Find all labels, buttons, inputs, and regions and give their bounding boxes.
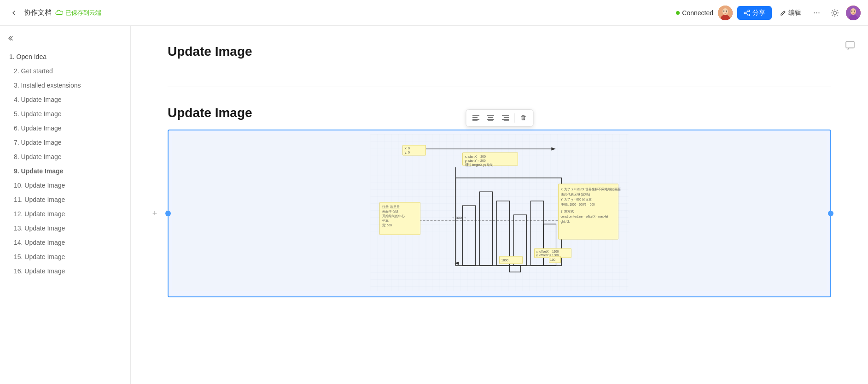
svg-text:X: 为了 x = startX 世界坐标不同地域的画面: X: 为了 x = startX 世界坐标不同地域的画面: [561, 188, 621, 191]
comment-button[interactable]: [843, 39, 857, 53]
svg-text:开始绘制的中心: 开始绘制的中心: [382, 214, 405, 218]
sidebar-item-2[interactable]: 2. Get started: [0, 64, 130, 78]
sun-icon: [830, 8, 839, 18]
back-button[interactable]: [7, 6, 20, 19]
share-icon: [744, 10, 750, 16]
svg-text:中/高: 1000 - 600/2 = 600: 中/高: 1000 - 600/2 = 600: [561, 203, 595, 206]
svg-text:y: 0: y: 0: [405, 151, 410, 154]
svg-text:宽: 600: 宽: 600: [382, 224, 392, 227]
svg-text:ght / 2;: ght / 2;: [561, 220, 570, 224]
header-left: 协作文档 已保存到云端: [7, 6, 101, 19]
svg-point-7: [748, 14, 750, 16]
svg-text:x: 0: x: 0: [405, 147, 410, 150]
sidebar-item-4[interactable]: 4. Update Image: [0, 93, 130, 107]
sidebar-item-7[interactable]: 7. Update Image: [0, 136, 130, 150]
user-avatar: [846, 6, 861, 20]
sidebar-item-12[interactable]: 12. Update Image: [0, 207, 130, 221]
add-block-button[interactable]: +: [149, 208, 160, 219]
svg-point-5: [744, 12, 746, 14]
svg-point-4: [726, 10, 727, 11]
svg-text:注意: 这里是: 注意: 这里是: [382, 205, 400, 209]
section-1-title: Update Image: [168, 44, 831, 59]
svg-point-8: [833, 11, 837, 14]
align-left-button[interactable]: [469, 112, 483, 124]
sidebar-item-9[interactable]: 9. Update Image: [0, 164, 130, 178]
toolbar-divider: [514, 113, 514, 123]
diagram-image: x: 0 y: 0 x: startX = 200 y: startY = 20…: [172, 134, 827, 291]
sidebar-item-13[interactable]: 13. Update Image: [0, 221, 130, 236]
sidebar-item-11[interactable]: 11. Update Image: [0, 193, 130, 207]
svg-text:坐标: 坐标: [382, 219, 389, 222]
svg-text:x: startX = 200: x: startX = 200: [465, 155, 486, 158]
svg-text:y: startY = 200: y: startY = 200: [465, 159, 486, 163]
svg-point-6: [748, 10, 750, 12]
header: 协作文档 已保存到云端 Connected 分享 编辑 ···: [0, 0, 868, 26]
svg-text:100: 100: [550, 258, 556, 261]
body: 1. Open Idea 2. Get started 3. Installed…: [0, 26, 868, 384]
svg-point-3: [723, 10, 724, 11]
svg-text:1000↓: 1000↓: [501, 259, 510, 262]
sidebar-item-10[interactable]: 10. Update Image: [0, 178, 130, 193]
resize-handle-left[interactable]: [165, 211, 171, 216]
svg-point-13: [854, 10, 855, 11]
connected-dot: [676, 11, 680, 15]
image-block-wrapper: + ⠿: [168, 130, 831, 297]
resize-handle-right[interactable]: [828, 211, 833, 216]
section-2: Update Image: [168, 106, 831, 297]
edit-icon: [780, 10, 786, 16]
connected-status: Connected: [676, 9, 713, 17]
image-toolbar: [466, 109, 533, 127]
sidebar-item-3[interactable]: 3. Installed exstensions: [0, 78, 130, 93]
svg-text:x: offsetX = 1200: x: offsetX = 1200: [536, 250, 559, 253]
collaborator-avatar-1: [718, 6, 733, 20]
svg-text:Y: 为了 y = 660 的设置: Y: 为了 y = 660 的设置: [561, 198, 592, 201]
svg-point-1: [722, 8, 728, 15]
cloud-save-indicator: 已保存到云端: [55, 9, 101, 17]
sidebar-item-16[interactable]: 16. Update Image: [0, 264, 130, 278]
svg-point-12: [851, 10, 852, 11]
svg-text:画面中心线: 画面中心线: [382, 210, 398, 213]
sidebar-item-6[interactable]: 6. Update Image: [0, 121, 130, 136]
svg-text:计算方式:: 计算方式:: [561, 210, 575, 213]
image-container[interactable]: x: 0 y: 0 x: startX = 200 y: startY = 20…: [168, 130, 831, 297]
svg-text:通过 beginX,y) 绘制: 通过 beginX,y) 绘制: [465, 163, 493, 167]
align-right-button[interactable]: [498, 112, 512, 124]
svg-rect-14: [846, 41, 854, 48]
header-right: Connected 分享 编辑 ···: [676, 6, 861, 20]
sidebar-collapse-button[interactable]: [6, 32, 17, 44]
settings-button[interactable]: [828, 6, 841, 19]
sidebar-item-14[interactable]: 14. Update Image: [0, 236, 130, 250]
sidebar-nav: 1. Open Idea 2. Get started 3. Installed…: [0, 50, 130, 278]
svg-point-10: [851, 8, 856, 15]
main-content: Update Image Update Image: [131, 26, 868, 384]
more-options-button[interactable]: ···: [810, 6, 824, 19]
section-divider: [168, 87, 831, 87]
svg-text:由此代表区域 (宽/高): 由此代表区域 (宽/高): [561, 193, 590, 196]
share-button[interactable]: 分享: [737, 6, 772, 20]
edit-button[interactable]: 编辑: [776, 7, 805, 19]
sidebar: 1. Open Idea 2. Get started 3. Installed…: [0, 26, 131, 384]
doc-title: 协作文档: [24, 8, 52, 17]
sidebar-item-1[interactable]: 1. Open Idea: [0, 50, 130, 64]
svg-text:→ 800 →: → 800 →: [451, 216, 467, 220]
sidebar-item-15[interactable]: 15. Update Image: [0, 250, 130, 264]
sidebar-item-8[interactable]: 8. Update Image: [0, 150, 130, 164]
align-center-button[interactable]: [484, 112, 497, 124]
section-1: Update Image: [168, 44, 831, 87]
sidebar-item-5[interactable]: 5. Update Image: [0, 107, 130, 121]
svg-text:const centerLine = offsetX - m: const centerLine = offsetX - maxHei: [561, 215, 608, 218]
cloud-icon: [55, 10, 64, 16]
delete-button[interactable]: [516, 112, 530, 124]
